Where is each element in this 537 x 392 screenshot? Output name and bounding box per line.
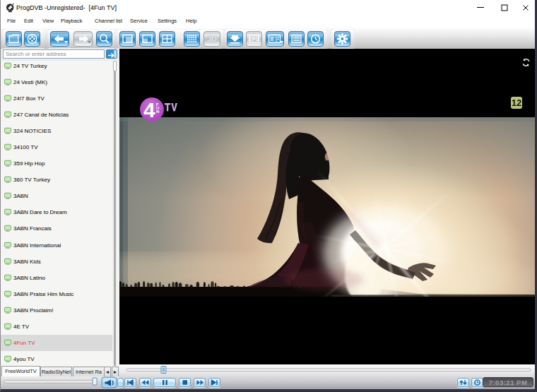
svg-text:3D: 3D: [207, 35, 217, 43]
svg-text:EPG: EPG: [249, 37, 259, 42]
